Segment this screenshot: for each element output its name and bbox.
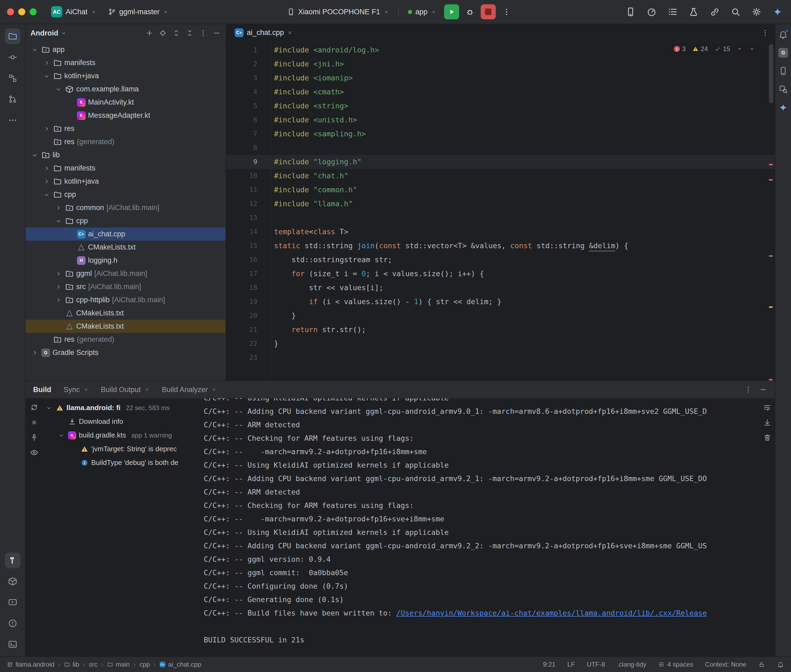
code-area[interactable]: 1#include <android/log.h>2#include <jni.… <box>226 42 775 381</box>
project-tree-item[interactable]: cpp <box>26 188 226 201</box>
project-tree-item[interactable]: kotlin+java <box>26 175 226 188</box>
build-tree-item[interactable]: BuildType 'debug' is both de <box>43 456 201 469</box>
chevron-down-icon[interactable] <box>54 85 63 93</box>
project-tree-item[interactable]: Hlogging.h <box>26 254 226 267</box>
warning-count[interactable]: 24 <box>692 45 708 53</box>
build-window-title[interactable]: Build <box>33 386 51 394</box>
line-number[interactable]: 21 <box>226 323 266 337</box>
project-tree-item[interactable]: res <box>26 122 226 135</box>
pull-requests-tool-button[interactable] <box>5 91 21 107</box>
code-line[interactable]: 16 std::ostringstream str; <box>226 253 775 267</box>
code-line[interactable]: 19 if (i < values.size() - 1) { str << d… <box>226 295 775 309</box>
stop-button[interactable] <box>30 418 39 427</box>
line-number[interactable]: 11 <box>226 183 266 197</box>
packages-tool-button[interactable] <box>5 574 21 589</box>
debug-button[interactable] <box>463 5 477 19</box>
project-tree-item[interactable]: cpp <box>26 214 226 227</box>
breadcrumb-item[interactable]: src <box>89 661 98 668</box>
rerun-button[interactable] <box>30 403 39 412</box>
running-devices-tool-button[interactable] <box>5 595 21 610</box>
project-tree-item[interactable]: com.example.llama <box>26 83 226 96</box>
soft-wrap-button[interactable] <box>763 403 772 412</box>
project-tree-item[interactable]: app <box>26 43 226 56</box>
code-line[interactable]: 17 for (size_t i = 0; i < values.size();… <box>226 267 775 281</box>
close-tab-icon[interactable] <box>84 387 88 392</box>
code-line[interactable]: 10#include "chat.h" <box>226 169 775 183</box>
chevron-down-icon[interactable] <box>30 151 39 159</box>
line-number[interactable]: 9 <box>226 155 266 169</box>
line-number[interactable]: 12 <box>226 197 266 211</box>
terminal-tool-button[interactable] <box>5 637 21 652</box>
chevron-right-icon[interactable] <box>42 59 51 67</box>
build-console[interactable]: C/C++: -- Using KleidiAI optimized kerne… <box>201 398 775 656</box>
device-manager-tool-button[interactable] <box>777 64 789 77</box>
more-options-button[interactable] <box>199 29 207 37</box>
line-number[interactable]: 10 <box>226 169 266 183</box>
line-number[interactable]: 7 <box>226 127 266 141</box>
preview-button[interactable] <box>30 448 39 457</box>
line-number[interactable]: 15 <box>226 239 266 253</box>
chevron-right-icon[interactable] <box>54 270 63 277</box>
code-line[interactable]: 5#include <string> <box>226 99 775 113</box>
chevron-down-icon[interactable] <box>57 432 66 439</box>
project-tree-item[interactable]: manifests <box>26 162 226 175</box>
context-indicator[interactable]: Context: None <box>705 661 746 668</box>
scroll-to-end-button[interactable] <box>763 418 772 427</box>
hide-build-panel-button[interactable] <box>759 386 767 394</box>
expand-all-button[interactable] <box>172 29 180 37</box>
error-mark[interactable] <box>769 179 773 181</box>
project-tree-item[interactable]: common [AiChat.lib.main] <box>26 201 226 214</box>
code-line[interactable]: 23 <box>226 350 775 365</box>
project-tool-button[interactable] <box>5 29 21 44</box>
assistant-tool-button[interactable] <box>777 101 789 114</box>
line-number[interactable]: 20 <box>226 309 266 323</box>
code-line[interactable]: 8 <box>226 141 775 155</box>
close-window-button[interactable] <box>7 8 14 15</box>
line-number[interactable]: 23 <box>226 350 266 365</box>
project-tree-item[interactable]: src [AiChat.lib.main] <box>26 280 226 293</box>
chevron-down-icon[interactable] <box>42 72 51 80</box>
line-ending[interactable]: LF <box>567 661 575 668</box>
code-line[interactable]: 22} <box>226 337 775 350</box>
build-tree-item[interactable]: Kbuild.gradle.ktsapp 1 warning <box>43 428 201 442</box>
error-stripe[interactable] <box>767 42 775 381</box>
lock-icon[interactable] <box>758 661 765 668</box>
build-tree-item[interactable]: 'jvmTarget: String' is deprec <box>43 442 201 456</box>
chevron-right-icon[interactable] <box>54 296 63 304</box>
editor-options-button[interactable] <box>758 26 772 40</box>
code-line[interactable]: 9#include "logging.h" <box>226 155 775 169</box>
app-inspection-tool-button[interactable] <box>777 83 789 96</box>
project-tree-item[interactable]: CMakeLists.txt <box>26 241 226 254</box>
file-encoding[interactable]: UTF-8 <box>587 661 605 668</box>
console-link[interactable]: /Users/hanyin/Workspace/ai-chat/examples… <box>396 609 707 617</box>
clang-tidy-profile[interactable]: .clang-tidy <box>617 661 646 668</box>
error-mark[interactable] <box>769 164 773 165</box>
code-line[interactable]: 20 } <box>226 309 775 323</box>
breadcrumb-item[interactable]: cpp <box>140 661 150 668</box>
line-number[interactable]: 5 <box>226 99 266 113</box>
project-tree-item[interactable]: CMakeLists.txt <box>26 320 226 333</box>
notifications-icon[interactable] <box>777 661 784 668</box>
clear-all-button[interactable] <box>763 433 772 442</box>
chevron-right-icon[interactable] <box>54 204 63 212</box>
run-config-selector[interactable]: app <box>404 6 440 18</box>
code-line[interactable]: 18 str << values[i]; <box>226 281 775 295</box>
code-line[interactable]: 6#include <unistd.h> <box>226 113 775 127</box>
code-line[interactable]: 13 <box>226 211 775 225</box>
line-number[interactable]: 13 <box>226 211 266 225</box>
branch-selector[interactable]: ggml-master <box>104 6 173 18</box>
line-number[interactable]: 14 <box>226 225 266 239</box>
build-variants-button[interactable] <box>666 5 679 18</box>
build-tree-item[interactable]: llama.android: fi22 sec, 583 ms <box>43 401 201 414</box>
profiler-button[interactable] <box>645 5 658 18</box>
close-tab-icon[interactable] <box>144 387 149 392</box>
project-view-selector[interactable]: Android <box>30 29 58 37</box>
inspections-widget[interactable]: !3 24 15 <box>671 44 757 54</box>
code-line[interactable]: 21 return str.str(); <box>226 323 775 337</box>
chevron-right-icon[interactable] <box>54 283 63 291</box>
project-tree-item[interactable]: KMessageAdapter.kt <box>26 109 226 122</box>
project-tree-item[interactable]: lib <box>26 149 226 162</box>
close-tab-icon[interactable] <box>287 30 292 35</box>
build-tree-item[interactable]: Download info <box>43 414 201 428</box>
build-tool-button[interactable] <box>5 553 21 568</box>
